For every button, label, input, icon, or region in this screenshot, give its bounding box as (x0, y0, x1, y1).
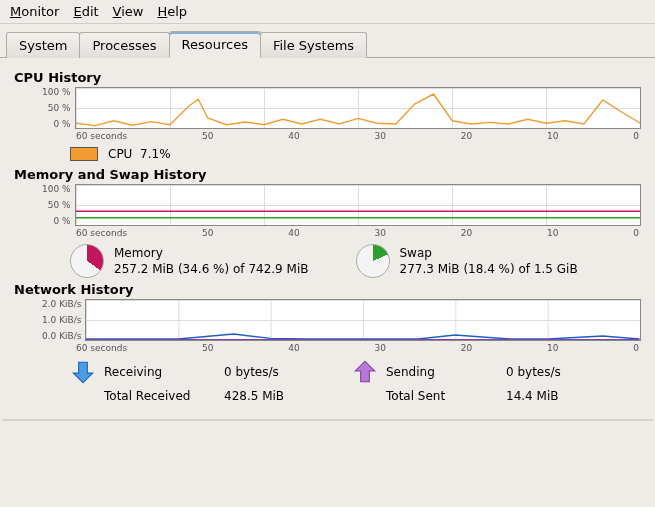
cpu-chart: 100 % 50 % 0 % (42, 87, 641, 129)
menu-edit[interactable]: Edit (73, 4, 98, 19)
tab-processes[interactable]: Processes (79, 32, 169, 58)
net-plot (85, 299, 641, 341)
mem-y-axis: 100 % 50 % 0 % (42, 184, 75, 226)
total-received-value: 428.5 MiB (224, 389, 324, 403)
upload-arrow-icon (352, 359, 378, 385)
xtick: 0 (633, 131, 639, 141)
xtick: 20 (461, 343, 472, 353)
xtick: 50 (202, 228, 213, 238)
network-history-title: Network History (14, 282, 641, 297)
network-legend: Receiving 0 bytes/s Sending 0 bytes/s To… (70, 359, 641, 403)
cpu-history-title: CPU History (14, 70, 641, 85)
net-y-axis: 2.0 KiB/s 1.0 KiB/s 0.0 KiB/s (42, 299, 85, 341)
receiving-label: Receiving (104, 365, 224, 379)
sending-rate: 0 bytes/s (506, 365, 606, 379)
xtick: 20 (461, 131, 472, 141)
memory-pie-icon (70, 244, 104, 278)
xtick: 20 (461, 228, 472, 238)
ytick: 50 % (48, 103, 71, 113)
swap-text: 277.3 MiB (18.4 %) of 1.5 GiB (400, 262, 578, 276)
menubar: Monitor Edit View Help (0, 0, 655, 24)
cpu-y-axis: 100 % 50 % 0 % (42, 87, 75, 129)
xtick: 40 (288, 131, 299, 141)
xtick: 60 seconds (76, 228, 127, 238)
xtick: 50 (202, 131, 213, 141)
memory-text: 257.2 MiB (34.6 %) of 742.9 MiB (114, 262, 308, 276)
swap-pie-icon (356, 244, 390, 278)
xtick: 60 seconds (76, 343, 127, 353)
xtick: 30 (374, 343, 385, 353)
ytick: 0 % (53, 216, 70, 226)
ytick: 100 % (42, 184, 71, 194)
ytick: 1.0 KiB/s (42, 315, 81, 325)
menu-monitor[interactable]: Monitor (10, 4, 59, 19)
tabbar: System Processes Resources File Systems (0, 24, 655, 58)
total-sent-value: 14.4 MiB (506, 389, 606, 403)
xtick: 40 (288, 228, 299, 238)
xtick: 10 (547, 131, 558, 141)
sending-label: Sending (386, 365, 506, 379)
cpu-legend: CPU 7.1% (70, 147, 641, 161)
cpu-x-axis: 60 seconds 50 40 30 20 10 0 (76, 131, 639, 141)
xtick: 0 (633, 343, 639, 353)
memory-label: Memory (114, 246, 308, 260)
total-sent-label: Total Sent (386, 389, 506, 403)
tab-system[interactable]: System (6, 32, 80, 58)
xtick: 30 (374, 131, 385, 141)
menu-help[interactable]: Help (157, 4, 187, 19)
tab-file-systems[interactable]: File Systems (260, 32, 367, 58)
statusbar (2, 419, 653, 421)
total-received-label: Total Received (104, 389, 224, 403)
cpu-plot (75, 87, 641, 129)
tab-resources[interactable]: Resources (169, 31, 261, 58)
memory-swap-title: Memory and Swap History (14, 167, 641, 182)
xtick: 50 (202, 343, 213, 353)
net-x-axis: 60 seconds 50 40 30 20 10 0 (76, 343, 639, 353)
memswap-legend: Memory 257.2 MiB (34.6 %) of 742.9 MiB S… (70, 244, 641, 278)
download-arrow-icon (70, 359, 96, 385)
xtick: 10 (547, 343, 558, 353)
memory-legend-item: Memory 257.2 MiB (34.6 %) of 742.9 MiB (70, 244, 356, 278)
net-chart: 2.0 KiB/s 1.0 KiB/s 0.0 KiB/s (42, 299, 641, 341)
resources-panel: CPU History 100 % 50 % 0 % 60 seconds 50… (0, 58, 655, 413)
ytick: 2.0 KiB/s (42, 299, 81, 309)
xtick: 60 seconds (76, 131, 127, 141)
receiving-rate: 0 bytes/s (224, 365, 324, 379)
ytick: 0.0 KiB/s (42, 331, 81, 341)
swap-legend-item: Swap 277.3 MiB (18.4 %) of 1.5 GiB (356, 244, 642, 278)
mem-plot (75, 184, 641, 226)
xtick: 0 (633, 228, 639, 238)
mem-chart: 100 % 50 % 0 % (42, 184, 641, 226)
cpu-swatch (70, 147, 98, 161)
menu-view[interactable]: View (113, 4, 144, 19)
swap-label: Swap (400, 246, 578, 260)
ytick: 0 % (53, 119, 70, 129)
xtick: 30 (374, 228, 385, 238)
mem-x-axis: 60 seconds 50 40 30 20 10 0 (76, 228, 639, 238)
xtick: 10 (547, 228, 558, 238)
ytick: 50 % (48, 200, 71, 210)
cpu-legend-label: CPU 7.1% (108, 147, 171, 161)
ytick: 100 % (42, 87, 71, 97)
xtick: 40 (288, 343, 299, 353)
